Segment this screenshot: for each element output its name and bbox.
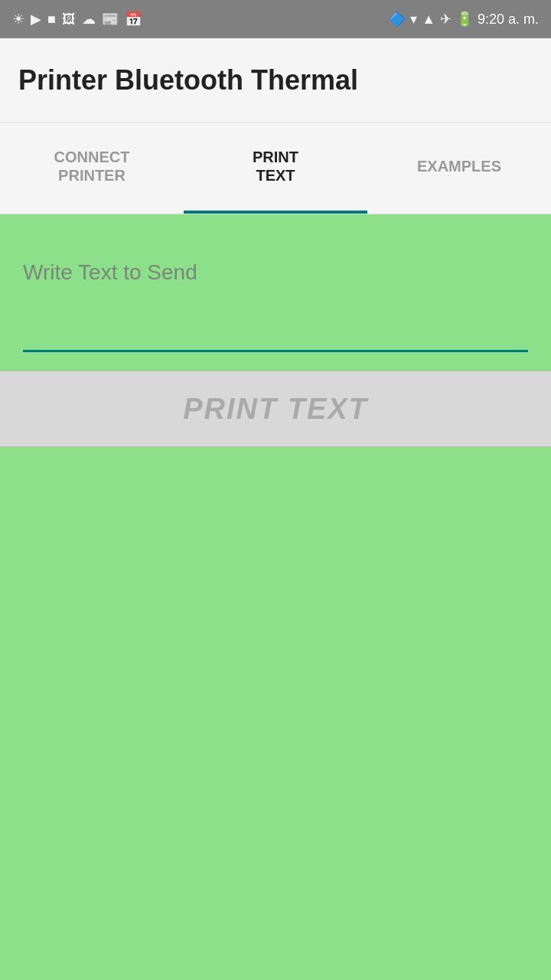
tab-print-text-label: PRINTTEXT (253, 148, 298, 185)
airplane-icon: ✈ (440, 11, 452, 28)
play-icon: ▶ (31, 11, 41, 28)
wifi-icon: ▲ (422, 11, 435, 28)
tab-bar: CONNECTPRINTER PRINTTEXT EXAMPLES (0, 122, 551, 214)
tab-examples[interactable]: EXAMPLES (367, 122, 551, 214)
signal-icon: ▾ (410, 11, 417, 28)
status-time: 9:20 a. m. (478, 11, 539, 28)
tab-examples-label: EXAMPLES (417, 157, 501, 175)
bluetooth-icon: 🔷 (389, 11, 406, 28)
calendar-icon: 📅 (125, 11, 142, 28)
app-bar: Printer Bluetooth Thermal (0, 38, 551, 122)
tab-print-text[interactable]: PRINTTEXT (184, 122, 367, 214)
cloud-icon: ☁ (82, 11, 96, 28)
sun-icon: ☀ (12, 11, 24, 28)
status-icons-left: ☀ ▶ ■ 🖼 ☁ 📰 📅 (12, 11, 142, 28)
green-area (0, 447, 551, 980)
text-input[interactable] (23, 260, 528, 352)
main-content: PRINT TEXT (0, 214, 551, 980)
stop-icon: ■ (47, 11, 56, 28)
print-button-container: PRINT TEXT (0, 371, 551, 447)
print-text-button[interactable]: PRINT TEXT (0, 371, 551, 447)
status-icons-right: 🔷 ▾ ▲ ✈ 🔋 9:20 a. m. (389, 11, 539, 28)
news-icon: 📰 (102, 11, 119, 28)
app-title: Printer Bluetooth Thermal (18, 64, 358, 96)
tab-connect-printer[interactable]: CONNECTPRINTER (0, 122, 184, 214)
status-bar: ☀ ▶ ■ 🖼 ☁ 📰 📅 🔷 ▾ ▲ ✈ 🔋 9:20 a. m. (0, 0, 551, 38)
tab-connect-printer-label: CONNECTPRINTER (54, 148, 130, 185)
battery-icon: 🔋 (456, 11, 473, 28)
text-area-section (0, 214, 551, 371)
print-text-label: PRINT TEXT (183, 393, 368, 426)
image-icon: 🖼 (62, 11, 76, 28)
